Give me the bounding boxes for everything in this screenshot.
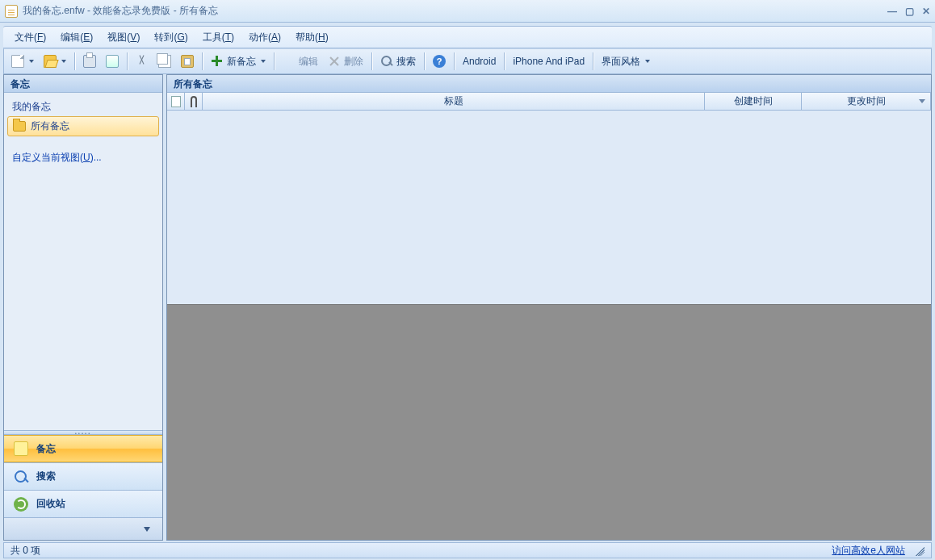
title-bar: 我的备忘.enfw - 效能备忘录免费版 - 所有备忘 — ▢ ✕ (0, 0, 935, 23)
menu-help[interactable]: 帮助(H) (289, 28, 335, 47)
column-type-icon[interactable] (167, 93, 185, 110)
search-icon (380, 55, 393, 68)
column-created[interactable]: 创建时间 (705, 93, 802, 110)
ui-style-label: 界面风格 (602, 55, 640, 69)
preview-pane (167, 304, 931, 540)
android-label: Android (463, 56, 496, 67)
note-icon (14, 441, 28, 456)
grid-header: 标题 创建时间 更改时间 (167, 93, 931, 111)
menu-tools[interactable]: 工具(T) (196, 28, 241, 47)
status-count: 共 0 项 (10, 544, 40, 558)
android-link-button[interactable]: Android (459, 52, 500, 71)
menu-bar: 文件(F) 编辑(E) 视图(V) 转到(G) 工具(T) 动作(A) 帮助(H… (3, 26, 932, 48)
open-folder-icon (44, 55, 57, 68)
content-header: 所有备忘 (167, 75, 931, 93)
cut-button[interactable] (132, 52, 153, 71)
delete-icon (328, 55, 341, 68)
open-file-button[interactable] (40, 52, 70, 71)
paperclip-icon (191, 96, 197, 107)
tree-root-my-memos[interactable]: 我的备忘 (7, 98, 159, 116)
chevron-down-icon (144, 527, 150, 532)
status-website-link[interactable]: 访问高效e人网站 (832, 544, 905, 558)
print-button[interactable] (79, 52, 100, 71)
new-file-icon (11, 55, 24, 68)
delete-label: 删除 (344, 55, 363, 69)
column-attachment-icon[interactable] (185, 93, 203, 110)
nav-button-recycle[interactable]: 回收站 (4, 490, 162, 517)
print-preview-icon (106, 55, 119, 68)
search-nav-icon (14, 470, 28, 484)
nav-configure-button[interactable] (140, 521, 157, 537)
menu-goto[interactable]: 转到(G) (148, 28, 194, 47)
search-label: 搜索 (396, 55, 416, 69)
sidebar-header: 备忘 (4, 75, 162, 93)
help-icon: ? (433, 55, 446, 68)
paste-icon (181, 55, 194, 68)
folder-icon (13, 121, 26, 132)
menu-edit[interactable]: 编辑(E) (54, 28, 99, 47)
recycle-icon (14, 497, 28, 512)
nav-stack: 备忘 搜索 回收站 (4, 435, 162, 517)
content-panel: 所有备忘 标题 创建时间 更改时间 (166, 74, 932, 541)
resize-grip-icon[interactable] (913, 545, 925, 556)
menu-action[interactable]: 动作(A) (242, 28, 287, 47)
edit-label: 编辑 (299, 55, 318, 69)
maximize-button[interactable]: ▢ (905, 6, 914, 17)
cut-icon (136, 55, 149, 68)
ui-style-button[interactable]: 界面风格 (597, 52, 654, 71)
customize-view-link[interactable]: 自定义当前视图(U)... (7, 148, 159, 168)
close-button[interactable]: ✕ (922, 6, 930, 17)
status-bar: 共 0 项 访问高效e人网站 (3, 542, 932, 558)
print-icon (83, 55, 96, 68)
plus-icon (211, 55, 224, 68)
column-modified[interactable]: 更改时间 (802, 93, 931, 110)
app-icon (5, 5, 18, 18)
minimize-button[interactable]: — (887, 6, 897, 17)
edit-icon (283, 55, 296, 68)
sidebar-tree: 我的备忘 所有备忘 自定义当前视图(U)... (4, 93, 162, 430)
sidebar: 备忘 我的备忘 所有备忘 自定义当前视图(U)... ••••• 备忘 搜索 (3, 74, 163, 541)
paste-button[interactable] (177, 52, 198, 71)
iphone-ipad-link-button[interactable]: iPhone And iPad (509, 52, 589, 71)
document-icon (171, 96, 181, 107)
nav-button-search[interactable]: 搜索 (4, 462, 162, 490)
menu-file[interactable]: 文件(F) (8, 28, 52, 47)
iphone-ipad-label: iPhone And iPad (513, 56, 585, 67)
grid-body-empty[interactable] (167, 111, 931, 304)
sort-desc-icon (919, 99, 925, 103)
new-memo-button[interactable]: 新备忘 (207, 52, 270, 71)
tree-node-all-memos[interactable]: 所有备忘 (7, 116, 159, 136)
nav-button-memo[interactable]: 备忘 (4, 435, 162, 462)
delete-memo-button[interactable]: 删除 (324, 52, 367, 71)
new-memo-label: 新备忘 (227, 55, 256, 69)
main-area: 备忘 我的备忘 所有备忘 自定义当前视图(U)... ••••• 备忘 搜索 (3, 74, 932, 541)
new-file-button[interactable] (7, 52, 38, 71)
tool-bar: 新备忘 编辑 删除 搜索 ? Android iPhone And iPad 界… (3, 48, 932, 74)
search-button[interactable]: 搜索 (376, 52, 420, 71)
copy-button[interactable] (154, 52, 175, 71)
window-title: 我的备忘.enfw - 效能备忘录免费版 - 所有备忘 (23, 4, 218, 18)
column-title[interactable]: 标题 (203, 93, 705, 110)
menu-view[interactable]: 视图(V) (101, 28, 146, 47)
copy-icon (158, 55, 171, 68)
print-preview-button[interactable] (102, 52, 123, 71)
help-button[interactable]: ? (429, 52, 450, 71)
sidebar-footer (4, 517, 162, 540)
edit-memo-button[interactable]: 编辑 (279, 52, 322, 71)
